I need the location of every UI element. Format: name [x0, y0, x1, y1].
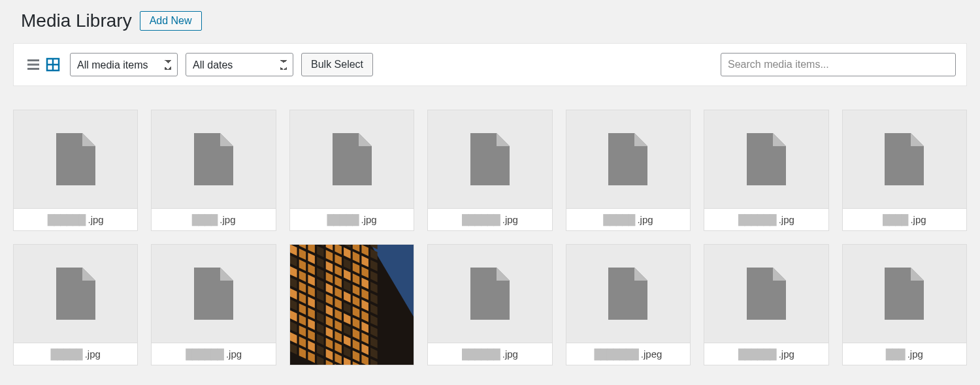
- document-icon: [14, 110, 137, 208]
- document-icon: [704, 110, 828, 208]
- media-item[interactable]: ████.jpg: [151, 110, 276, 231]
- media-type-filter[interactable]: All media items: [70, 53, 178, 76]
- view-toggle: [24, 55, 62, 74]
- document-icon: [704, 245, 828, 343]
- page-title: Media Library: [21, 10, 132, 31]
- filename-extension: .jpg: [910, 214, 926, 225]
- bulk-select-button[interactable]: Bulk Select: [301, 53, 373, 76]
- svg-marker-23: [220, 268, 233, 281]
- media-grid: ██████.jpg████.jpg█████.jpg██████.jpg███…: [13, 110, 967, 365]
- media-item[interactable]: █████.jpg: [289, 110, 414, 231]
- svg-marker-11: [359, 133, 372, 146]
- add-new-button[interactable]: Add New: [140, 11, 202, 31]
- filename-extension: .jpg: [361, 214, 377, 225]
- document-icon: [152, 110, 275, 208]
- svg-rect-1: [27, 64, 39, 66]
- svg-marker-169: [634, 268, 647, 281]
- document-icon: [290, 110, 414, 208]
- media-item[interactable]: ███████.jpeg: [566, 244, 691, 365]
- filename-obscured: ██████: [462, 348, 500, 360]
- media-filename: ███.jpg: [843, 343, 966, 365]
- document-icon: [428, 110, 551, 208]
- filename-extension: .jpg: [779, 214, 794, 225]
- filename-obscured: ██████: [738, 214, 776, 225]
- svg-marker-167: [497, 268, 510, 281]
- media-item[interactable]: █████.jpg: [566, 110, 691, 231]
- list-view-icon[interactable]: [24, 55, 42, 74]
- filename-extension: .jpg: [779, 348, 794, 360]
- filename-obscured: ██████: [738, 348, 776, 360]
- media-item[interactable]: [289, 244, 414, 365]
- svg-rect-0: [27, 59, 39, 61]
- svg-marker-7: [82, 133, 95, 146]
- media-item[interactable]: ██████.jpg: [704, 244, 828, 365]
- media-item[interactable]: ██████.jpg: [427, 244, 552, 365]
- svg-marker-15: [634, 133, 647, 146]
- media-filename: ████.jpg: [152, 208, 275, 230]
- media-filename: █████.jpg: [566, 208, 690, 230]
- media-item[interactable]: ████.jpg: [842, 110, 967, 231]
- media-toolbar: All media items All dates Bulk Select: [13, 43, 967, 86]
- filename-obscured: █████: [327, 214, 358, 225]
- date-filter[interactable]: All dates: [186, 53, 293, 76]
- media-filename: ██████.jpg: [704, 208, 828, 230]
- document-icon: [566, 245, 690, 343]
- filename-obscured: █████: [603, 214, 634, 225]
- document-icon: [566, 110, 690, 208]
- svg-marker-17: [773, 133, 786, 146]
- filename-obscured: ████: [883, 214, 908, 225]
- filename-obscured: ██████: [186, 348, 223, 360]
- media-filename: ██████.jpg: [428, 208, 551, 230]
- media-filename: ██████.jpg: [152, 343, 275, 365]
- media-filename: ███████.jpeg: [566, 343, 690, 365]
- filename-extension: .jpg: [226, 348, 242, 360]
- filename-obscured: ██████: [48, 214, 86, 225]
- filename-extension: .jpg: [502, 348, 518, 360]
- search-input[interactable]: [721, 53, 956, 76]
- svg-marker-21: [82, 268, 95, 281]
- filename-extension: .jpg: [220, 214, 235, 225]
- document-icon: [843, 245, 966, 343]
- filename-obscured: ██████: [462, 214, 500, 225]
- svg-marker-13: [497, 133, 510, 146]
- document-icon: [428, 245, 551, 343]
- filename-extension: .jpg: [88, 214, 104, 225]
- filename-obscured: ███: [886, 348, 905, 360]
- document-icon: [152, 245, 275, 343]
- filename-extension: .jpg: [502, 214, 518, 225]
- filename-extension: .jpg: [637, 214, 653, 225]
- filename-obscured: ███████: [594, 348, 638, 360]
- media-filename: ██████.jpg: [14, 208, 137, 230]
- image-thumbnail: [290, 245, 414, 365]
- media-item[interactable]: █████.jpg: [13, 244, 138, 365]
- grid-view-icon[interactable]: [44, 55, 62, 74]
- svg-marker-171: [773, 268, 786, 281]
- svg-rect-2: [27, 68, 39, 70]
- media-filename: █████.jpg: [14, 343, 137, 365]
- filename-extension: .jpeg: [641, 348, 662, 360]
- media-filename: █████.jpg: [290, 208, 414, 230]
- media-item[interactable]: ██████.jpg: [151, 244, 276, 365]
- media-item[interactable]: ██████.jpg: [704, 110, 828, 231]
- media-filename: ██████.jpg: [428, 343, 551, 365]
- media-item[interactable]: ███.jpg: [842, 244, 967, 365]
- filename-extension: .jpg: [85, 348, 101, 360]
- document-icon: [14, 245, 137, 343]
- media-item[interactable]: ██████.jpg: [427, 110, 552, 231]
- svg-marker-19: [911, 133, 924, 146]
- filename-obscured: █████: [51, 348, 82, 360]
- filename-obscured: ████: [192, 214, 218, 225]
- filename-extension: .jpg: [907, 348, 923, 360]
- media-filename: ██████.jpg: [704, 343, 828, 365]
- media-filename: ████.jpg: [843, 208, 966, 230]
- document-icon: [843, 110, 966, 208]
- media-item[interactable]: ██████.jpg: [13, 110, 138, 231]
- svg-marker-173: [911, 268, 924, 281]
- svg-marker-9: [220, 133, 233, 146]
